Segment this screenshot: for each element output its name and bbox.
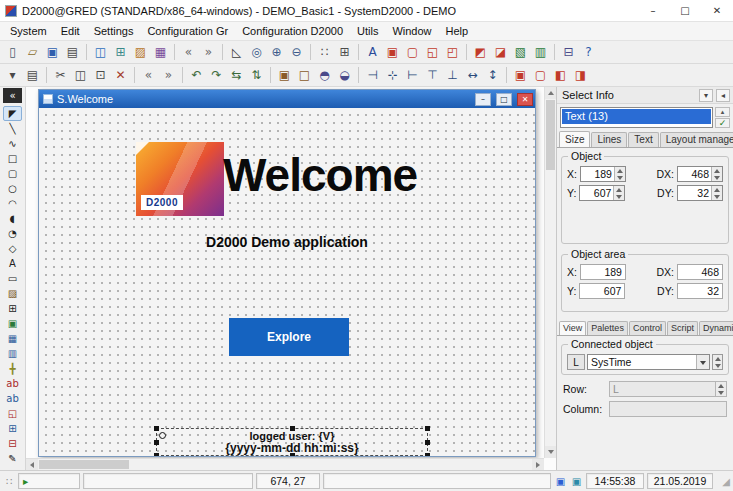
scheme-browser-icon[interactable]: ◫ (91, 43, 110, 62)
picture-browser-icon[interactable]: ▨ (131, 43, 150, 62)
selection-handle[interactable] (425, 453, 430, 456)
layer-select-icon[interactable]: ▤ (23, 66, 42, 85)
panel-menu-icon[interactable]: ▾ (699, 89, 713, 102)
spin-down-icon[interactable] (713, 362, 722, 369)
cut-icon[interactable]: ✂ (51, 66, 70, 85)
masked-text-tool-icon[interactable]: ab (3, 391, 22, 406)
tab-palettes[interactable]: Palettes (587, 321, 628, 335)
subtitle-text[interactable]: D2000 Demo application (39, 234, 535, 250)
spin-up-icon[interactable] (614, 186, 624, 193)
print-scheme-icon[interactable]: ▤ (63, 43, 82, 62)
menu-configuration-gr[interactable]: Configuration Gr (140, 23, 235, 39)
scheme-test-icon[interactable]: ▥ (531, 43, 550, 62)
displayer-tool-icon[interactable]: ▦ (3, 331, 22, 346)
scheme-variables-icon[interactable]: ◪ (491, 43, 510, 62)
selection-handle[interactable] (425, 440, 430, 445)
panel-dock-icon[interactable]: ◂ (716, 89, 730, 102)
scheme-settings-icon[interactable]: ◩ (471, 43, 490, 62)
scroll-up-icon[interactable] (545, 87, 556, 99)
welcome-image[interactable]: D2000 (136, 142, 224, 216)
dictionary-icon[interactable]: ⊟ (559, 43, 578, 62)
same-width-icon[interactable]: ↔ (463, 66, 482, 85)
scroll-down-icon[interactable] (545, 446, 556, 458)
spin-down-icon[interactable] (712, 193, 722, 200)
next-scheme-icon[interactable]: » (159, 66, 178, 85)
snap-toggle-icon[interactable]: ⊞ (335, 43, 354, 62)
connect-lines-icon[interactable]: ▣ (511, 66, 530, 85)
flip-vertical-icon[interactable]: ⇅ (247, 66, 266, 85)
object-replace-icon[interactable]: ◱ (423, 43, 442, 62)
paste-icon[interactable]: ⊡ (91, 66, 110, 85)
text-tool-icon[interactable]: A (3, 256, 22, 271)
object-info-icon[interactable]: ◰ (443, 43, 462, 62)
grid-toggle-icon[interactable]: ∷ (315, 43, 334, 62)
bring-to-front-icon[interactable]: ◓ (315, 66, 334, 85)
align-left-icon[interactable]: ⊣ (363, 66, 382, 85)
rounded-rect-tool-icon[interactable]: ▢ (3, 166, 22, 181)
object-x-input[interactable]: 189 (580, 166, 626, 182)
selected-text-object[interactable]: logged user: {V} {yyyy-mm-dd hh:mi:ss} (156, 428, 428, 456)
ungroup-icon[interactable]: □ (295, 66, 314, 85)
collapse-toolbar-icon[interactable]: « (3, 88, 22, 103)
tab-control[interactable]: Control (629, 321, 666, 335)
spin-down-icon[interactable] (712, 174, 722, 181)
polygon-tool-icon[interactable]: ◇ (3, 241, 22, 256)
explore-button[interactable]: Explore (229, 318, 349, 356)
zoom-in-icon[interactable]: ⊕ (267, 43, 286, 62)
object-dx-input[interactable]: 468 (677, 166, 723, 182)
maximize-icon[interactable]: □ (669, 0, 701, 22)
align-center-horizontal-icon[interactable]: ⊹ (383, 66, 402, 85)
open-scheme-icon[interactable]: ▱ (23, 43, 42, 62)
edit-points-icon[interactable]: ▢ (531, 66, 550, 85)
ellipse-tool-icon[interactable]: ○ (3, 181, 22, 196)
redo-icon[interactable]: » (199, 43, 218, 62)
scheme-minimize-icon[interactable]: – (475, 93, 491, 106)
logged-user-text[interactable]: logged user: {V} (250, 430, 335, 442)
menu-system[interactable]: System (3, 23, 54, 39)
spin-up-icon[interactable] (712, 167, 722, 174)
selection-handle[interactable] (425, 426, 430, 431)
edit-mode-icon[interactable]: ▾ (3, 66, 22, 85)
arc-tool-icon[interactable]: ◠ (3, 196, 22, 211)
object-y-input[interactable]: 607 (579, 185, 625, 201)
select-tool-icon[interactable]: ◺ (227, 43, 246, 62)
text-style-icon[interactable]: A (363, 43, 382, 62)
prev-scheme-icon[interactable]: « (139, 66, 158, 85)
menu-configuration-d2000[interactable]: Configuration D2000 (235, 23, 350, 39)
welcome-heading[interactable]: Welcome (223, 148, 417, 202)
spin-up-icon[interactable] (713, 355, 722, 362)
minimize-icon[interactable]: – (637, 0, 669, 22)
browser-tool-icon[interactable]: ◱ (3, 406, 22, 421)
scheme-lock-icon[interactable]: ◨ (571, 66, 590, 85)
spin-up-icon[interactable] (712, 186, 722, 193)
tab-dynamics[interactable]: Dynamics (699, 321, 733, 335)
object-disconnect-icon[interactable]: ▢ (403, 43, 422, 62)
tab-script[interactable]: Script (667, 321, 698, 335)
select-pointer-icon[interactable]: ◤ (3, 106, 22, 121)
spin-down-icon[interactable] (614, 193, 624, 200)
group-frame-tool-icon[interactable]: ⊞ (3, 301, 22, 316)
pipe-tool-icon[interactable]: ╋ (3, 361, 22, 376)
pie-tool-icon[interactable]: ◔ (3, 226, 22, 241)
selection-handle[interactable] (290, 453, 295, 456)
same-height-icon[interactable]: ↕ (483, 66, 502, 85)
selection-listbox[interactable]: Text (13) (560, 107, 713, 128)
align-right-icon[interactable]: ⊢ (403, 66, 422, 85)
menu-edit[interactable]: Edit (54, 23, 87, 39)
selection-handle[interactable] (154, 440, 159, 445)
horizontal-scroll-thumb[interactable] (39, 460, 129, 469)
object-dy-input[interactable]: 32 (677, 185, 723, 201)
new-scheme-icon[interactable]: ▯ (3, 43, 22, 62)
align-bottom-icon[interactable]: ⊥ (443, 66, 462, 85)
menu-settings[interactable]: Settings (87, 23, 141, 39)
tab-lines[interactable]: Lines (591, 132, 627, 147)
scroll-left-icon[interactable] (26, 459, 38, 471)
table-tool-icon[interactable]: ⊞ (3, 421, 22, 436)
text-field-tool-icon[interactable]: ab (3, 376, 22, 391)
scheme-canvas[interactable]: D2000 Welcome D2000 Demo application Exp… (39, 108, 535, 456)
tab-text[interactable]: Text (628, 132, 658, 147)
object-browser-icon[interactable]: ▦ (151, 43, 170, 62)
object-palette-icon[interactable]: ◧ (551, 66, 570, 85)
copy-icon[interactable]: ◫ (71, 66, 90, 85)
chord-tool-icon[interactable]: ◖ (3, 211, 22, 226)
